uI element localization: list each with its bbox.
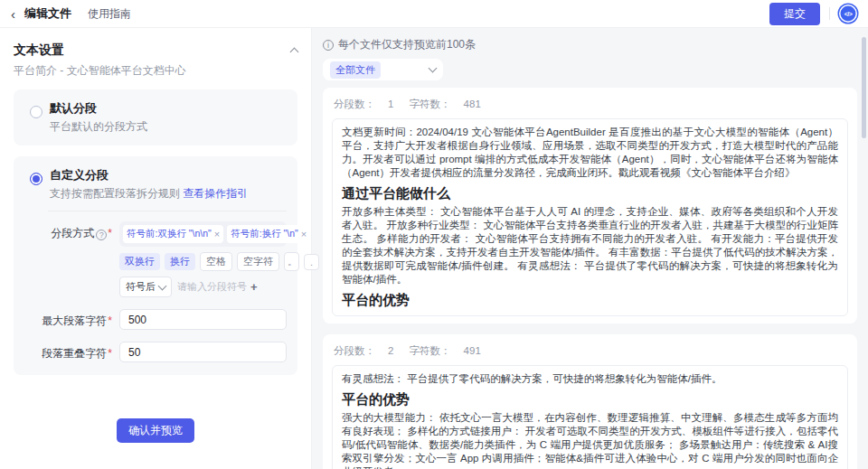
- submit-button[interactable]: 提交: [769, 3, 820, 25]
- chevron-down-icon: [158, 281, 167, 290]
- doc-heading: 通过平台能做什么: [342, 185, 838, 202]
- preview-notice: i 每个文件仅支持预览前100条: [323, 37, 857, 52]
- chip-double-newline[interactable]: 双换行: [119, 253, 160, 270]
- confirm-preview-button[interactable]: 确认并预览: [117, 418, 194, 443]
- custom-segment-option: 自定义分段 支持按需配置段落拆分规则 查看操作指引 分段方式?* 符号前:双换行: [14, 156, 297, 375]
- doc-paragraph: 有灵感想法： 平台提供了零代码的解决方案，可快捷的将想象转化为智能体/插件。: [342, 372, 838, 386]
- required-marker: *: [108, 227, 112, 239]
- plus-icon[interactable]: +: [250, 280, 258, 294]
- overlap-chars-input[interactable]: [119, 342, 287, 362]
- custom-segment-title: 自定义分段: [50, 167, 248, 183]
- doc-heading: 平台的优势: [342, 292, 838, 309]
- segment-card-2: 分段数：2 字符数：491 有灵感想法： 平台提供了零代码的解决方案，可快捷的将…: [323, 334, 857, 469]
- segment-tag: 符号前:双换行 "\n\n" ×: [123, 225, 223, 243]
- doc-paragraph: 开放多种主体类型： 文心智能体平台基于人人可 AI 的理念，支持企业、媒体、政府…: [342, 205, 838, 286]
- tag-close-icon[interactable]: ×: [301, 229, 307, 239]
- chip-newline[interactable]: 换行: [165, 253, 195, 270]
- top-header: ‹ 编辑文件 使用指南 提交 </>: [0, 0, 868, 28]
- custom-segment-desc: 支持按需配置段落拆分规则 查看操作指引: [50, 186, 248, 202]
- default-segment-title: 默认分段: [50, 100, 147, 117]
- segment-method-label: 分段方式?*: [24, 221, 112, 297]
- segment-symbol-input[interactable]: 请输入分段符号 +: [177, 280, 258, 294]
- segment-card-1-meta: 分段数：1 字符数：481: [332, 95, 848, 114]
- header-divider: [829, 7, 830, 20]
- file-filter-tag: 全部文件: [330, 61, 381, 79]
- max-chars-input[interactable]: [119, 309, 287, 330]
- settings-subtitle: 平台简介 - 文心智能体平台文档中心: [14, 63, 297, 79]
- segment-tag: 符号前:换行 "\n" ×: [227, 225, 310, 243]
- overlap-chars-label: 段落重叠字符*: [24, 342, 112, 362]
- option-divider: [48, 211, 287, 211]
- custom-segment-radio[interactable]: [30, 173, 42, 185]
- chip-space[interactable]: 空格: [200, 252, 232, 271]
- preview-panel: i 每个文件仅支持预览前100条 全部文件 分段数：1 字符数：481 文档更新…: [312, 28, 868, 469]
- info-icon: i: [323, 40, 334, 51]
- segment-tags-box: 符号前:双换行 "\n\n" × 符号前:换行 "\n" ×: [119, 221, 287, 247]
- chip-cn-period[interactable]: 。: [284, 252, 299, 271]
- page-title: 编辑文件: [24, 5, 71, 22]
- segment-card-2-body: 有灵感想法： 平台提供了零代码的解决方案，可快捷的将想象转化为智能体/插件。 平…: [332, 365, 848, 469]
- doc-paragraph: 文档更新时间：2024/04/19 文心智能体平台AgentBuilder 是百…: [342, 126, 838, 180]
- operation-guide-link[interactable]: 查看操作指引: [183, 187, 248, 200]
- settings-title: 文本设置: [14, 42, 64, 59]
- collapse-chevron-up-icon[interactable]: [290, 48, 299, 57]
- segment-card-1: 分段数：1 字符数：481 文档更新时间：2024/04/19 文心智能体平台A…: [323, 88, 857, 324]
- usage-guide-link[interactable]: 使用指南: [88, 6, 131, 22]
- default-segment-radio[interactable]: [30, 106, 42, 118]
- max-chars-label: 最大段落字符*: [24, 309, 112, 330]
- back-icon[interactable]: ‹: [11, 7, 15, 21]
- tag-close-icon[interactable]: ×: [214, 229, 220, 239]
- text-settings-panel: 文本设置 平台简介 - 文心智能体平台文档中心 默认分段 平台默认的分段方式 自…: [0, 28, 312, 469]
- chip-empty-char[interactable]: 空字符: [237, 252, 279, 271]
- segment-card-2-meta: 分段数：2 字符数：491: [332, 342, 848, 361]
- help-icon[interactable]: ?: [96, 230, 107, 240]
- file-filter-dropdown[interactable]: 全部文件: [323, 59, 443, 80]
- default-segment-option[interactable]: 默认分段 平台默认的分段方式: [14, 89, 297, 145]
- segment-card-1-body: 文档更新时间：2024/04/19 文心智能体平台AgentBuilder 是百…: [332, 118, 848, 316]
- default-segment-desc: 平台默认的分段方式: [50, 119, 147, 135]
- assistant-code-icon[interactable]: </>: [839, 5, 857, 23]
- chevron-down-icon: [429, 64, 438, 73]
- doc-heading: 平台的优势: [342, 391, 838, 408]
- vertical-scrollbar[interactable]: [862, 37, 866, 138]
- symbol-position-dropdown[interactable]: 符号后: [119, 277, 172, 297]
- doc-paragraph: 强大的大模型能力： 依托文心一言大模型，在内容创作、数理逻辑推算、中文理解、多模…: [342, 411, 838, 469]
